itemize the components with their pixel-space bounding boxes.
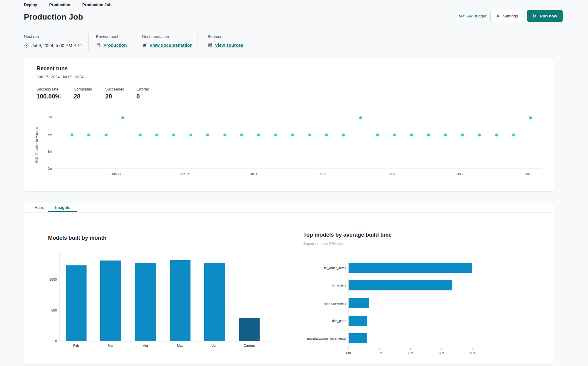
x-tick-label: Apr bbox=[143, 344, 148, 347]
month-bar[interactable] bbox=[204, 263, 225, 341]
run-point[interactable] bbox=[529, 116, 532, 119]
run-point[interactable] bbox=[189, 133, 192, 136]
run-point[interactable] bbox=[105, 133, 108, 136]
category-label: fct_order_items bbox=[324, 266, 346, 270]
x-tick-label: Jun bbox=[212, 344, 217, 347]
run-point[interactable] bbox=[240, 133, 243, 136]
run-now-button[interactable]: Run now bbox=[527, 10, 563, 22]
environment-value: Production bbox=[96, 43, 127, 48]
run-point[interactable] bbox=[308, 133, 311, 136]
x-tick-label: 10s bbox=[377, 351, 382, 355]
y-tick-label: 3m bbox=[47, 115, 52, 119]
stat-value: 0 bbox=[136, 93, 149, 100]
divider bbox=[133, 34, 133, 51]
chart-svg: 05001000FebMarAprMayJunCurrent bbox=[43, 245, 281, 352]
run-point[interactable] bbox=[410, 133, 413, 136]
x-tick-label: Jul 9 bbox=[525, 172, 532, 176]
run-point[interactable] bbox=[427, 133, 430, 136]
x-tick-label: 30s bbox=[439, 351, 444, 355]
month-bar[interactable] bbox=[170, 260, 190, 341]
sources-value: View sources bbox=[208, 43, 243, 48]
sources-database-icon bbox=[208, 43, 213, 48]
run-point[interactable] bbox=[87, 133, 91, 136]
next-run-datetime: Jul 9, 2024, 5:00 PM PDT bbox=[31, 43, 82, 48]
stat-completed: Completed 28 bbox=[74, 87, 92, 100]
run-point[interactable] bbox=[512, 133, 515, 136]
breadcrumb: Deploy › Production › Production Job bbox=[24, 2, 112, 7]
month-bar[interactable] bbox=[135, 263, 156, 341]
run-now-label: Run now bbox=[540, 14, 557, 18]
breadcrumb-item-deploy[interactable]: Deploy bbox=[24, 2, 37, 7]
build-duration-chart: 0m1m2m3mBuild Duration in MinutesJun 27J… bbox=[31, 110, 550, 187]
documentation-label: Documentation bbox=[142, 34, 169, 39]
settings-button[interactable]: Settings bbox=[490, 10, 523, 22]
view-documentation-link[interactable]: View documentation bbox=[150, 43, 193, 48]
environment-database-icon bbox=[96, 43, 101, 48]
model-bar[interactable] bbox=[349, 263, 472, 273]
view-sources-link[interactable]: View sources bbox=[215, 43, 243, 48]
run-point[interactable] bbox=[444, 133, 447, 136]
month-bar[interactable] bbox=[239, 318, 260, 341]
gear-icon bbox=[496, 14, 500, 18]
run-point[interactable] bbox=[139, 133, 142, 136]
month-bar[interactable] bbox=[100, 261, 121, 341]
environment-link[interactable]: Production bbox=[103, 43, 127, 48]
run-point[interactable] bbox=[71, 133, 74, 136]
top-models-chart-title: Top models by average build time bbox=[303, 232, 392, 238]
run-point[interactable] bbox=[495, 133, 498, 136]
x-tick-label: 20s bbox=[408, 351, 413, 355]
api-trigger-link[interactable]: </> API trigger bbox=[459, 14, 486, 18]
run-point[interactable] bbox=[376, 133, 379, 136]
page-title: Production Job bbox=[24, 12, 83, 22]
chart-svg: 0m1m2m3mBuild Duration in MinutesJun 27J… bbox=[31, 110, 550, 187]
model-bar[interactable] bbox=[349, 333, 367, 343]
run-point[interactable] bbox=[393, 133, 396, 136]
models-built-by-month-chart: 05001000FebMarAprMayJunCurrent bbox=[43, 245, 281, 352]
x-tick-label: Feb bbox=[73, 344, 79, 347]
run-point[interactable] bbox=[291, 133, 294, 136]
month-bar[interactable] bbox=[66, 265, 87, 341]
code-icon: </> bbox=[459, 14, 465, 18]
run-point[interactable] bbox=[257, 133, 260, 136]
breadcrumb-chevron-icon: › bbox=[76, 3, 77, 7]
x-tick-label: Jul 5 bbox=[388, 172, 395, 176]
dbt-docs-icon bbox=[142, 43, 147, 48]
stat-value: 28 bbox=[105, 93, 124, 100]
sources-label: Sources bbox=[208, 34, 222, 39]
run-point[interactable] bbox=[224, 133, 227, 136]
run-point[interactable] bbox=[461, 133, 464, 136]
header-actions: </> API trigger Settings Run now bbox=[459, 10, 563, 22]
run-point[interactable] bbox=[121, 116, 124, 119]
next-run-value: Jul 9, 2024, 5:00 PM PDT bbox=[24, 43, 82, 48]
run-point[interactable] bbox=[155, 133, 158, 136]
model-bar[interactable] bbox=[349, 280, 452, 290]
model-bar[interactable] bbox=[349, 316, 367, 326]
breadcrumb-item-production[interactable]: Production bbox=[49, 2, 70, 7]
y-tick-label: 0 bbox=[55, 339, 57, 343]
run-point[interactable] bbox=[206, 133, 209, 136]
x-tick-label: Mar bbox=[108, 344, 114, 347]
recent-runs-title: Recent runs bbox=[37, 65, 68, 72]
x-tick-label: Jul 1 bbox=[250, 172, 257, 176]
tab-insights[interactable]: Insights bbox=[48, 202, 77, 212]
stat-success-rate: Success rate 100.00% bbox=[36, 87, 61, 100]
y-axis-label: Build Duration in Minutes bbox=[35, 127, 39, 163]
run-point[interactable] bbox=[478, 133, 481, 136]
documentation-value: View documentation bbox=[142, 43, 193, 48]
divider bbox=[197, 34, 198, 51]
tab-runs[interactable]: Runs bbox=[30, 202, 48, 212]
stat-label: Succeeded bbox=[105, 87, 124, 91]
run-point[interactable] bbox=[274, 133, 277, 136]
next-run-label: Next run bbox=[24, 34, 39, 39]
model-bar[interactable] bbox=[349, 298, 369, 308]
x-tick-label: Jun 27 bbox=[111, 172, 121, 176]
run-point[interactable] bbox=[359, 116, 362, 119]
x-tick-label: May bbox=[177, 344, 183, 347]
run-point[interactable] bbox=[342, 133, 345, 136]
run-point[interactable] bbox=[325, 133, 328, 136]
x-tick-label: Jul 3 bbox=[319, 172, 326, 176]
clock-icon bbox=[24, 43, 29, 48]
stat-label: Success rate bbox=[36, 87, 61, 91]
play-icon bbox=[533, 14, 537, 18]
run-point[interactable] bbox=[172, 133, 175, 136]
